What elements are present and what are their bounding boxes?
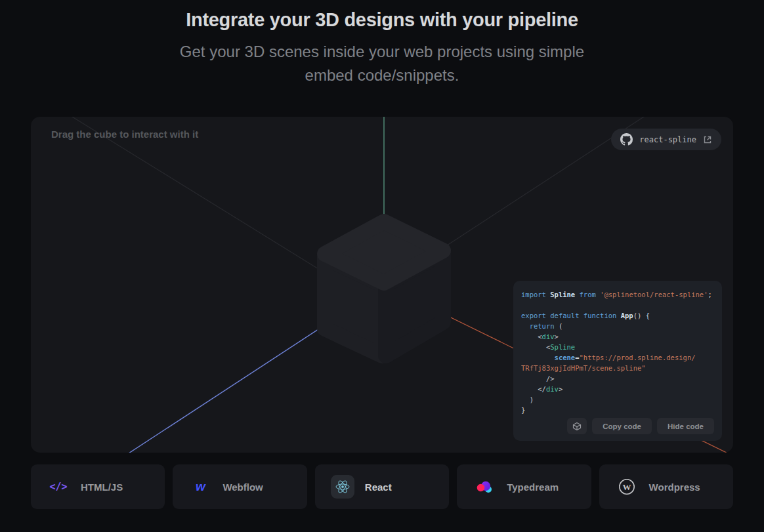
integration-tabs: </> HTML/JS w Webflow React xyxy=(31,464,733,509)
code-snippet: import Spline from '@splinetool/react-sp… xyxy=(521,289,714,415)
tab-react[interactable]: React xyxy=(315,464,449,509)
3d-canvas[interactable]: Drag the cube to interact with it react-… xyxy=(31,117,733,453)
wordpress-icon: W xyxy=(615,475,639,499)
svg-text:W: W xyxy=(622,482,631,492)
tab-label: Wordpress xyxy=(649,481,700,493)
external-link-icon xyxy=(703,135,712,144)
repo-name: react-spline xyxy=(639,135,696,144)
tab-wordpress[interactable]: W Wordpress xyxy=(599,464,733,509)
draggable-cube[interactable] xyxy=(325,222,443,356)
react-icon xyxy=(331,475,354,499)
tab-label: HTML/JS xyxy=(81,481,123,493)
typedream-icon xyxy=(473,475,496,499)
page-subtitle: Get your 3D scenes inside your web proje… xyxy=(172,40,592,87)
page-title: Integrate your 3D designs with your pipe… xyxy=(0,9,764,31)
hide-code-button[interactable]: Hide code xyxy=(657,418,714,434)
tab-label: Typedream xyxy=(507,481,559,493)
cube-icon xyxy=(572,422,582,431)
tab-label: React xyxy=(365,481,392,493)
embed-code-panel: import Spline from '@splinetool/react-sp… xyxy=(513,281,722,441)
page: Integrate your 3D designs with your pipe… xyxy=(0,0,764,532)
tab-webflow[interactable]: w Webflow xyxy=(173,464,307,509)
code-icon: </> xyxy=(47,475,70,499)
axis-guide-negative-x xyxy=(64,117,322,271)
hero-section: Integrate your 3D designs with your pipe… xyxy=(0,9,764,87)
drag-hint: Drag the cube to interact with it xyxy=(51,129,198,140)
code-panel-footer: Copy code Hide code xyxy=(567,418,714,434)
github-icon xyxy=(620,133,633,146)
webflow-icon: w xyxy=(188,475,212,499)
tab-label: Webflow xyxy=(223,481,263,493)
3d-viewer-toggle-button[interactable] xyxy=(567,418,587,434)
copy-code-button[interactable]: Copy code xyxy=(592,418,652,434)
tab-htmljs[interactable]: </> HTML/JS xyxy=(31,464,165,509)
react-spline-repo-link[interactable]: react-spline xyxy=(611,129,721,150)
tab-typedream[interactable]: Typedream xyxy=(457,464,591,509)
